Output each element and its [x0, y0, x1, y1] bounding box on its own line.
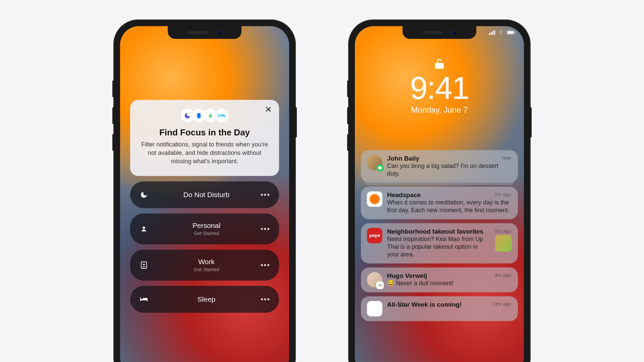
speaker-slot: [423, 31, 443, 34]
notification-item[interactable]: John Baily Can you bring a big salad? I'…: [361, 150, 518, 183]
notification-message: When it comes to meditation, every day i…: [387, 199, 512, 215]
notification-sender: Neighborhood takeout favorites: [387, 228, 490, 235]
status-bar: [489, 30, 516, 35]
focus-item-label: Personal: [152, 222, 261, 230]
notification-message: Need inspiration? Kea Mao from Up Thai i…: [387, 235, 490, 259]
svg-rect-11: [380, 283, 380, 285]
svg-rect-6: [492, 31, 493, 35]
svg-rect-10: [515, 32, 516, 34]
close-icon[interactable]: [264, 105, 272, 113]
more-icon[interactable]: •••: [261, 190, 270, 199]
messages-app-badge-icon: [376, 164, 384, 172]
focus-item-sub: Get Started: [152, 230, 261, 236]
notification-time: 2m ago: [494, 228, 511, 234]
notification-sender: John Baily: [387, 155, 512, 162]
lock-time: 9:41: [355, 72, 524, 104]
slack-app-badge-icon: [376, 282, 384, 289]
front-camera: [452, 31, 456, 35]
phone-left: Find Focus in the Day Filter notificatio…: [114, 20, 295, 362]
phone-right: 9:41 Monday, June 7 John Baily Can you b…: [349, 20, 530, 362]
svg-rect-9: [507, 31, 514, 34]
focus-item-label: Do Not Disturb: [152, 191, 261, 199]
svg-rect-5: [491, 32, 492, 35]
avatar: [367, 272, 382, 288]
notification-item[interactable]: All-Star Week is coming! 13m ago: [361, 296, 518, 321]
notification-sender: Headspace: [387, 191, 512, 199]
moon-icon: [139, 191, 149, 199]
avatar: [367, 155, 382, 170]
focus-item-sleep[interactable]: Sleep •••: [130, 286, 279, 313]
svg-rect-14: [380, 285, 382, 286]
bed-icon: [139, 296, 149, 303]
svg-point-2: [143, 263, 145, 265]
screen-left: Find Focus in the Day Filter notificatio…: [120, 26, 289, 362]
battery-icon: [506, 30, 516, 35]
notification-message: 😂 Never a dull moment!: [387, 280, 512, 287]
svg-rect-0: [197, 113, 201, 118]
person-icon: [139, 225, 149, 233]
svg-rect-7: [494, 30, 495, 35]
bed-icon: [215, 109, 229, 123]
more-icon[interactable]: •••: [261, 295, 270, 304]
notification-item[interactable]: Headspace When it comes to meditation, e…: [361, 187, 518, 219]
focus-item-sub: Get Started: [152, 266, 261, 272]
unlock-icon: [355, 58, 524, 70]
wifi-icon: [498, 30, 504, 35]
notification-time: now: [502, 155, 511, 161]
notification-item[interactable]: yelp✱ Neighborhood takeout favorites Nee…: [361, 223, 518, 263]
notch: [168, 26, 241, 39]
notification-sender: Hugo Verweij: [387, 272, 512, 280]
notification-message: Can you bring a big salad? I'm on desser…: [387, 162, 512, 178]
notification-time: 13m ago: [492, 301, 511, 307]
notification-time: 2m ago: [494, 191, 511, 197]
focus-card-title: Find Focus in the Day: [140, 127, 269, 138]
focus-item-dnd[interactable]: Do Not Disturb •••: [130, 181, 279, 208]
focus-panel: Find Focus in the Day Filter notificatio…: [130, 100, 279, 313]
speaker-slot: [188, 31, 208, 34]
focus-item-label: Work: [152, 258, 261, 266]
front-camera: [217, 31, 221, 35]
headspace-app-icon: [367, 191, 382, 207]
focus-item-label: Sleep: [152, 295, 261, 303]
notification-thumbnail: [495, 235, 512, 252]
more-icon[interactable]: •••: [261, 261, 270, 269]
yelp-app-icon: yelp✱: [367, 228, 382, 243]
svg-rect-12: [378, 285, 380, 286]
focus-item-work[interactable]: Work Get Started •••: [130, 250, 279, 281]
focus-item-personal[interactable]: Personal Get Started •••: [130, 214, 279, 244]
cellular-icon: [489, 30, 496, 35]
notch: [402, 26, 476, 39]
lock-header: 9:41 Monday, June 7: [355, 58, 524, 115]
focus-intro-card: Find Focus in the Day Filter notificatio…: [130, 100, 279, 176]
app-icon: [367, 301, 382, 316]
svg-rect-13: [380, 286, 380, 287]
lock-date: Monday, June 7: [355, 105, 524, 115]
screen-right: 9:41 Monday, June 7 John Baily Can you b…: [355, 26, 524, 362]
svg-rect-3: [143, 266, 145, 267]
svg-rect-4: [489, 33, 490, 35]
badge-icon: [139, 261, 149, 269]
notification-time: 3m ago: [494, 272, 511, 278]
more-icon[interactable]: •••: [261, 225, 270, 233]
notification-list: John Baily Can you bring a big salad? I'…: [361, 150, 518, 321]
focus-mode-icons: [140, 109, 269, 123]
notification-item[interactable]: Hugo Verweij 😂 Never a dull moment! 3m a…: [361, 267, 518, 292]
focus-card-body: Filter notifications, signal to friends …: [140, 140, 269, 166]
